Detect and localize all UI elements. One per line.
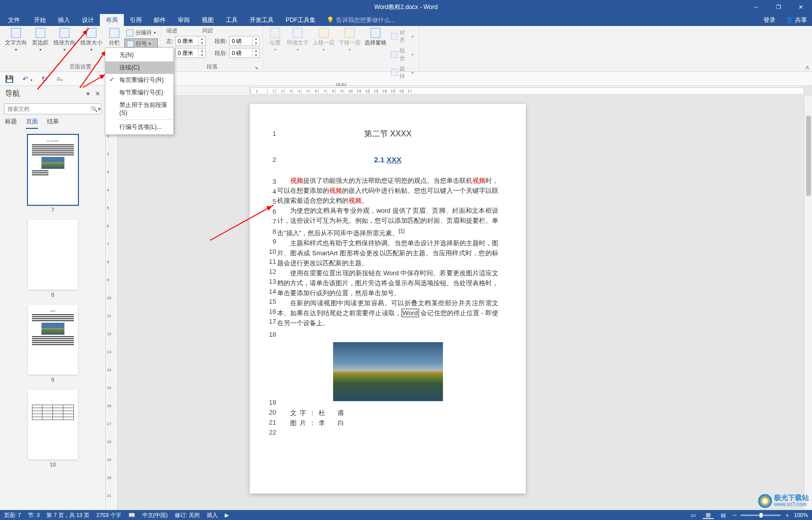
position-icon: [270, 28, 280, 38]
selection-icon: [371, 28, 381, 38]
status-section[interactable]: 节: 3: [28, 512, 39, 519]
login-button[interactable]: 登录: [759, 14, 781, 26]
view-read-mode[interactable]: ▭: [688, 511, 699, 519]
titlebar: Word教程2.docx - Word ─ ❐ ✕: [0, 0, 812, 14]
menu-none[interactable]: 无(N): [105, 49, 173, 61]
zoom-slider[interactable]: [741, 515, 781, 516]
menu-continuous[interactable]: 连续(C): [105, 61, 173, 74]
zoom-out-button[interactable]: ─: [733, 512, 737, 518]
indent-left-input[interactable]: ▲▼: [175, 36, 206, 46]
lightbulb-icon: 💡: [327, 16, 334, 23]
nav-tab-headings[interactable]: 标题: [5, 117, 17, 129]
share-button[interactable]: 👤共享: [781, 14, 812, 26]
rotate-icon: [391, 69, 398, 76]
columns-icon: [109, 28, 119, 38]
group-objects-button[interactable]: 组合▾: [389, 46, 415, 63]
menu-restart-each-section[interactable]: 每节重编行号(E): [105, 86, 173, 99]
scroll-thumb[interactable]: [806, 116, 811, 196]
nav-dropdown[interactable]: ▾: [86, 90, 90, 97]
menu-suppress-current[interactable]: 禁止用于当前段落(S): [105, 99, 173, 118]
margins-button[interactable]: 页边距▾: [30, 27, 50, 53]
horizontal-ruler[interactable]: 11234567891011121314151617: [118, 86, 804, 96]
align-button[interactable]: 对齐▾: [389, 28, 415, 45]
size-button[interactable]: 纸张大小▾: [78, 27, 104, 53]
tab-pdf-tools[interactable]: PDF工具集: [280, 14, 322, 26]
line-number-margin: 12345678910111213141516171819202122: [267, 129, 276, 438]
status-language[interactable]: 中文(中国): [142, 512, 168, 519]
tab-developer[interactable]: 开发工具: [244, 14, 280, 26]
close-button[interactable]: ✕: [790, 0, 812, 14]
check-icon: ✓: [109, 76, 114, 83]
tab-design[interactable]: 设计: [76, 14, 100, 26]
menu-restart-each-page[interactable]: ✓每页重编行号(R): [105, 74, 173, 86]
view-web-layout[interactable]: ▤: [718, 511, 729, 519]
status-page-count[interactable]: 第 7 页，共 13 页: [46, 512, 89, 519]
orientation-button[interactable]: 纸张方向▾: [51, 27, 77, 53]
indent-right-input[interactable]: ▲▼: [175, 48, 206, 58]
undo-button[interactable]: ↶ ▾: [22, 75, 32, 83]
status-spellcheck-icon[interactable]: 📖: [128, 512, 135, 519]
status-track-changes[interactable]: 修订: 关闭: [175, 512, 200, 519]
watermark: 极光下载站 www.xz7.com: [758, 494, 809, 508]
bring-forward-button[interactable]: 上移一层▾: [311, 27, 336, 53]
paragraph-launcher[interactable]: ⬊: [255, 65, 259, 70]
text-direction-button[interactable]: 文字方向▾: [3, 27, 29, 53]
tab-mailings[interactable]: 邮件: [148, 14, 172, 26]
send-backward-button[interactable]: 下移一层▾: [337, 27, 362, 53]
page-setup-label: 页面设置: [69, 63, 91, 69]
doc-subtitle: 2.1 XXX: [277, 155, 498, 164]
page-thumb-7[interactable]: 第二节 XXXX: [28, 135, 78, 205]
vertical-scrollbar[interactable]: [804, 96, 812, 510]
zoom-level[interactable]: 100%: [794, 512, 808, 518]
search-icon[interactable]: 🔍▾: [90, 106, 101, 112]
tab-review[interactable]: 审阅: [172, 14, 196, 26]
save-button[interactable]: 💾: [5, 75, 13, 83]
zoom-in-button[interactable]: ＋: [785, 512, 790, 519]
spacing-before-input[interactable]: ▲▼: [229, 36, 260, 46]
page-thumb-8[interactable]: [28, 220, 78, 290]
restore-button[interactable]: ❐: [767, 0, 790, 14]
tab-references[interactable]: 引用: [124, 14, 148, 26]
tab-tools[interactable]: 工具: [220, 14, 244, 26]
status-word-count[interactable]: 2703 个字: [96, 512, 121, 519]
group-arrange: 位置▾ 环绕文字▾ 上移一层▾ 下移一层▾ 选择窗格 对齐▾ 组合▾ 旋转▾ 排…: [263, 26, 419, 71]
nav-close-button[interactable]: ✕: [95, 90, 100, 97]
status-macro-icon[interactable]: ▶: [225, 512, 229, 519]
tab-layout[interactable]: 布局: [100, 14, 124, 26]
page-thumb-10[interactable]: [28, 390, 78, 460]
margins-icon: [35, 28, 45, 38]
tell-me[interactable]: 💡告诉我您想要做什么...: [322, 14, 400, 26]
rotate-button[interactable]: 旋转▾: [389, 64, 415, 81]
nav-search[interactable]: 🔍▾: [4, 103, 101, 114]
status-page[interactable]: 页面: 7: [4, 512, 21, 519]
search-input[interactable]: [4, 106, 90, 112]
tab-view[interactable]: 视图: [196, 14, 220, 26]
tab-file[interactable]: 文件: [0, 14, 28, 26]
collapse-ribbon-button[interactable]: ᐱ: [806, 65, 809, 70]
position-button[interactable]: 位置▾: [266, 27, 284, 53]
navigation-pane: 导航▾✕ 🔍▾ 标题 页面 结果 第二节 XXXX7 8 XXXX9 10: [0, 86, 106, 510]
breaks-icon: [126, 29, 133, 36]
minimize-button[interactable]: ─: [745, 0, 767, 14]
document-page[interactable]: 12345678910111213141516171819202122 第二节 …: [250, 104, 526, 494]
menu-line-number-options[interactable]: 行编号选项(L)...: [105, 121, 173, 133]
doc-section-title: 第二节 XXXX: [277, 129, 498, 139]
document-image: [333, 342, 443, 401]
menu-tabs: 文件 开始 插入 设计 布局 引用 邮件 审阅 视图 工具 开发工具 PDF工具…: [0, 14, 812, 26]
wrap-text-button[interactable]: 环绕文字▾: [285, 27, 310, 53]
tab-home[interactable]: 开始: [28, 14, 52, 26]
selection-pane-button[interactable]: 选择窗格: [363, 27, 388, 47]
qat-customize[interactable]: ≡▾: [56, 75, 62, 83]
document-area: 11234567891011121314151617 1234567891011…: [106, 86, 812, 510]
status-insert-mode[interactable]: 插入: [207, 512, 218, 519]
watermark-logo-icon: [758, 494, 772, 508]
vertical-ruler[interactable]: 123456789101112131415161718192021: [106, 96, 118, 510]
spacing-after-input[interactable]: ▲▼: [229, 48, 260, 58]
credits: 文字：杜 甫 图片：李 白: [277, 408, 498, 428]
nav-tab-pages[interactable]: 页面: [26, 117, 38, 129]
page-thumb-9[interactable]: XXXX: [28, 305, 78, 375]
view-print-layout[interactable]: ▦: [703, 511, 714, 519]
tab-insert[interactable]: 插入: [52, 14, 76, 26]
nav-tab-results[interactable]: 结果: [47, 117, 59, 129]
breaks-button[interactable]: 分隔符▾: [124, 28, 158, 37]
